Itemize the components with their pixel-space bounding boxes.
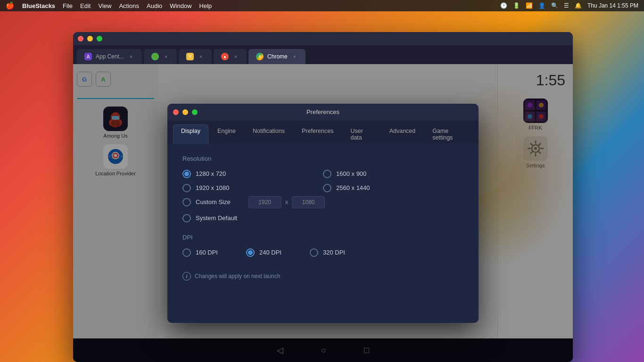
resolution-2560x1440-label: 2560 x 1440 xyxy=(336,184,370,191)
modal-titlebar: Preferences xyxy=(167,104,479,121)
system-default-label: System Default xyxy=(196,214,237,222)
pref-tab-engine[interactable]: Engine xyxy=(209,124,244,144)
window-titlebar xyxy=(73,32,573,45)
dpi-160[interactable]: 160 DPI xyxy=(182,248,218,257)
tab-4-close[interactable]: × xyxy=(232,53,239,60)
audio-menu[interactable]: Audio xyxy=(147,2,162,9)
tab-chrome-label: Chrome xyxy=(267,53,288,60)
file-menu[interactable]: File xyxy=(63,2,73,9)
bluestacks-window: A App Cent... × 🌿 × Y × ● × ⚙ Chrom xyxy=(73,32,573,362)
custom-size-radio[interactable] xyxy=(182,198,191,206)
view-menu[interactable]: View xyxy=(98,2,111,9)
notification-icon[interactable]: 🔔 xyxy=(575,2,582,9)
info-icon: i xyxy=(182,272,191,280)
dpi-title: DPI xyxy=(182,234,463,241)
resolution-title: Resolution xyxy=(182,155,463,162)
dpi-240-label: 240 DPI xyxy=(259,249,281,256)
resolution-1280x720-label: 1280 x 720 xyxy=(196,170,226,177)
window-menu[interactable]: Window xyxy=(170,2,191,9)
window-minimize-button[interactable] xyxy=(87,36,93,41)
resolution-2560x1440[interactable]: 2560 x 1440 xyxy=(323,184,463,192)
resolution-1280x720-radio[interactable] xyxy=(182,170,191,178)
custom-size-label: Custom Size xyxy=(196,198,231,206)
modal-overlay: Preferences Display Engine Notifications… xyxy=(73,64,573,362)
pref-tab-user-data[interactable]: User data xyxy=(342,124,380,144)
tab-app-center[interactable]: A App Cent... × xyxy=(77,49,142,64)
user-icon: 👤 xyxy=(538,2,545,9)
tab-chrome-close[interactable]: × xyxy=(291,53,298,60)
menubar-left: 🍎 BlueStacks File Edit View Actions Audi… xyxy=(6,1,212,10)
pref-tab-notifications[interactable]: Notifications xyxy=(245,124,293,144)
size-separator: x xyxy=(285,198,289,206)
control-center-icon[interactable]: ☰ xyxy=(564,2,569,9)
dpi-160-label: 160 DPI xyxy=(196,249,218,256)
dpi-240[interactable]: 240 DPI xyxy=(246,248,281,257)
window-close-button[interactable] xyxy=(78,36,83,41)
preferences-modal: Preferences Display Engine Notifications… xyxy=(167,104,479,323)
dpi-160-radio[interactable] xyxy=(182,248,191,257)
system-default-option[interactable]: System Default xyxy=(182,214,463,222)
tab-2-close[interactable]: × xyxy=(163,53,169,60)
search-icon[interactable]: 🔍 xyxy=(551,2,558,9)
apple-menu[interactable]: 🍎 xyxy=(6,1,15,10)
modal-title: Preferences xyxy=(306,108,339,115)
preferences-content: Resolution 1280 x 720 1600 x 900 xyxy=(167,144,479,323)
custom-height-input[interactable] xyxy=(292,196,325,208)
resolution-1600x900-radio[interactable] xyxy=(323,170,331,178)
tab-2[interactable]: 🌿 × xyxy=(144,49,177,64)
dpi-320-label: 320 DPI xyxy=(323,249,345,256)
pref-tab-preferences[interactable]: Preferences xyxy=(294,124,341,144)
resolution-1920x1080-label: 1920 x 1080 xyxy=(196,184,230,191)
system-default-radio[interactable] xyxy=(182,214,191,222)
resolution-2560x1440-radio[interactable] xyxy=(323,184,331,192)
battery-icon: 🔋 xyxy=(513,2,520,9)
tab-4[interactable]: ● × xyxy=(214,49,247,64)
resolution-options: 1280 x 720 1600 x 900 1920 x 1080 xyxy=(182,170,463,192)
custom-size-option[interactable]: Custom Size x xyxy=(182,196,463,208)
edit-menu[interactable]: Edit xyxy=(80,2,91,9)
preferences-tabs: Display Engine Notifications Preferences… xyxy=(167,121,479,144)
window-maximize-button[interactable] xyxy=(97,36,102,41)
custom-size-inputs: x xyxy=(248,196,325,208)
modal-minimize-button[interactable] xyxy=(182,109,188,115)
resolution-1600x900-label: 1600 x 900 xyxy=(336,170,366,177)
resolution-1600x900[interactable]: 1600 x 900 xyxy=(323,170,463,178)
dpi-options: 160 DPI 240 DPI 320 DPI xyxy=(182,248,463,257)
footer-note: i Changes will apply on next launch xyxy=(182,272,463,280)
dpi-320[interactable]: 320 DPI xyxy=(310,248,345,257)
tab-chrome[interactable]: ⚙ Chrome × xyxy=(248,49,305,64)
desktop: 🍎 BlueStacks File Edit View Actions Audi… xyxy=(0,0,644,362)
pref-tab-game-settings[interactable]: Game settings xyxy=(424,124,473,144)
custom-width-input[interactable] xyxy=(248,196,281,208)
pref-tab-advanced[interactable]: Advanced xyxy=(381,124,424,144)
tab-3[interactable]: Y × xyxy=(179,49,212,64)
footer-note-text: Changes will apply on next launch xyxy=(195,273,280,280)
modal-close-button[interactable] xyxy=(173,109,179,115)
actions-menu[interactable]: Actions xyxy=(119,2,139,9)
clock-icon: 🕐 xyxy=(500,2,507,9)
dpi-320-radio[interactable] xyxy=(310,248,318,257)
wifi-icon: 📶 xyxy=(526,2,533,9)
tab-3-close[interactable]: × xyxy=(198,53,204,60)
menubar: 🍎 BlueStacks File Edit View Actions Audi… xyxy=(0,0,644,11)
menubar-right: 🕐 🔋 📶 👤 🔍 ☰ 🔔 Thu Jan 14 1:55 PM xyxy=(500,2,638,9)
app-name-menu[interactable]: BlueStacks xyxy=(22,2,55,9)
resolution-1280x720[interactable]: 1280 x 720 xyxy=(182,170,323,178)
resolution-1920x1080[interactable]: 1920 x 1080 xyxy=(182,184,323,192)
resolution-1920x1080-radio[interactable] xyxy=(182,184,191,192)
modal-maximize-button[interactable] xyxy=(192,109,198,115)
help-menu[interactable]: Help xyxy=(199,2,212,9)
tab-app-center-label: App Cent... xyxy=(96,53,124,60)
dpi-section: DPI 160 DPI 240 DPI xyxy=(182,234,463,257)
dpi-240-radio[interactable] xyxy=(246,248,255,257)
pref-tab-display[interactable]: Display xyxy=(173,124,208,144)
tabs-bar: A App Cent... × 🌿 × Y × ● × ⚙ Chrom xyxy=(73,45,573,64)
datetime: Thu Jan 14 1:55 PM xyxy=(587,2,638,9)
tab-app-center-close[interactable]: × xyxy=(128,53,134,60)
